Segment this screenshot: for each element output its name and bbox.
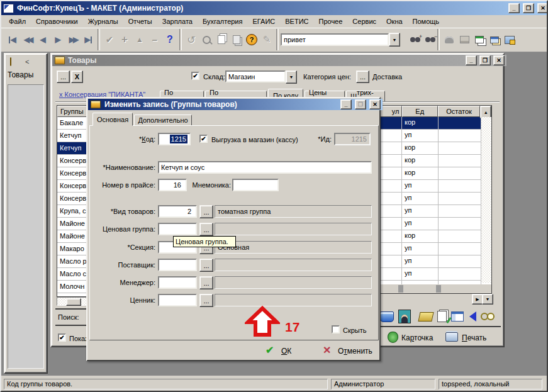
nav-fast-forward-button[interactable]: ▶▶ [65, 31, 81, 48]
table-scroll-down-button[interactable]: ▼ [482, 294, 493, 305]
hscroll-thumb[interactable] [66, 298, 81, 306]
back-arrow-icon[interactable] [469, 311, 476, 322]
manager-input[interactable] [158, 276, 197, 289]
open-folder-icon[interactable] [418, 312, 433, 322]
name-input[interactable]: Кетчуп и соус [158, 161, 372, 174]
delivery-label[interactable]: Доставка [372, 73, 402, 81]
pricetag-browse-button[interactable]: ... [199, 294, 213, 307]
price-group-browse-button[interactable]: ... [199, 223, 213, 236]
goods-maximize-button[interactable]: ❐ [479, 55, 491, 65]
table-row[interactable]: уп [373, 243, 491, 255]
menu-item-egais[interactable]: ЕГАИС [247, 18, 280, 25]
maximize-button[interactable]: ❐ [523, 3, 534, 13]
dialog-minimize-button[interactable]: _ [340, 99, 352, 109]
menu-item-journals[interactable]: Журналы [83, 18, 123, 25]
column-header-unit[interactable]: Ед [402, 106, 438, 117]
table-row[interactable]: кор [373, 155, 491, 167]
edit-pencil-button[interactable]: ✎ [259, 31, 274, 48]
copy-button[interactable] [214, 31, 229, 48]
cascade-windows-button[interactable] [472, 31, 487, 48]
table-row[interactable]: уп [373, 218, 491, 230]
nav-fast-back-button[interactable]: ◀◀ [20, 31, 35, 48]
dialog-close-button[interactable]: ✕ [369, 99, 381, 109]
table-scroll-up-button[interactable]: ▲ [480, 106, 491, 118]
goods-close-button[interactable]: ✕ [493, 55, 505, 65]
sidebar-item-goods[interactable]: Товары [8, 70, 33, 79]
search-input[interactable]: привет [281, 33, 389, 46]
column-header-stock[interactable]: Остаток [438, 106, 480, 117]
table-row[interactable]: уп [373, 193, 491, 205]
accept-button[interactable]: ✔ [102, 31, 117, 48]
dialog-maximize-button[interactable]: ❐ [355, 99, 366, 109]
bucket-icon[interactable] [380, 311, 394, 322]
sklad-dropdown-button[interactable]: ▼ [286, 70, 297, 84]
pricetag-input[interactable] [158, 294, 197, 306]
refresh-button[interactable]: ↺ [184, 31, 199, 48]
table-row-selected[interactable]: кор [373, 117, 491, 130]
menu-item-directories[interactable]: Справочники [31, 18, 83, 25]
dialog-tab-extra[interactable]: Дополнительно [134, 115, 192, 126]
close-button[interactable]: ✕ [537, 3, 548, 13]
table-vscrollbar[interactable] [481, 117, 491, 283]
table-row[interactable]: уп [373, 268, 491, 281]
list-view-icon[interactable] [451, 311, 464, 322]
copy-docs-icon[interactable] [437, 311, 447, 322]
help-button[interactable]: ? [162, 31, 177, 48]
hide-checkbox[interactable] [332, 325, 340, 333]
menu-item-other[interactable]: Прочее [313, 18, 347, 25]
show-checkbox[interactable]: ✔ [58, 333, 66, 342]
menu-item-accounting[interactable]: Бухгалтерия [198, 18, 248, 25]
filter-clear-button[interactable]: X [71, 70, 83, 83]
table-row[interactable]: уп [373, 255, 491, 268]
mnemonic-input[interactable] [232, 179, 279, 191]
menu-item-salary[interactable]: Зарплата [157, 18, 198, 25]
upload-checkbox[interactable]: ✔ [199, 135, 208, 143]
delete-record-button[interactable]: − [147, 31, 162, 48]
stamp-button[interactable] [457, 31, 472, 48]
nav-back-button[interactable]: ◀ [35, 31, 50, 48]
minimize-button[interactable]: _ [508, 3, 520, 13]
table-row[interactable]: уп [373, 205, 491, 218]
edit-record-button[interactable]: ▲ [132, 31, 147, 48]
manager-browse-button[interactable]: ... [199, 276, 213, 289]
image-lock-button[interactable] [502, 31, 517, 48]
goods-kind-input[interactable]: 2 [158, 205, 197, 218]
code-input[interactable]: 1215 [158, 133, 191, 145]
menu-item-reports[interactable]: Отчеты [123, 18, 157, 25]
price-number-input[interactable]: 16 [158, 179, 187, 191]
goods-minimize-button[interactable]: _ [466, 55, 477, 65]
glasses-icon[interactable] [481, 313, 488, 320]
nav-first-button[interactable]: ◀ [5, 31, 20, 48]
image-card-icon[interactable] [398, 310, 411, 323]
paste-button[interactable] [229, 31, 244, 48]
add-record-button[interactable]: + [117, 31, 132, 48]
menu-item-vetis[interactable]: ВЕТИС [280, 18, 313, 25]
filter-more-button[interactable]: ... [57, 70, 70, 83]
print-button[interactable]: Печать [462, 333, 486, 342]
table-row[interactable]: уп [373, 130, 491, 142]
tile-windows-button[interactable] [487, 31, 502, 48]
nav-forward-button[interactable]: ▶ [50, 31, 65, 48]
context-help-button[interactable]: ? [244, 31, 259, 48]
supplier-input[interactable] [158, 259, 197, 271]
ok-button[interactable]: ОК [281, 347, 291, 356]
nav-last-button[interactable]: ▶ [81, 31, 96, 48]
table-row[interactable]: уп [373, 180, 491, 193]
supplier-browse-button[interactable]: ... [199, 259, 213, 272]
sklad-checkbox[interactable]: ✔ [191, 72, 199, 80]
find-next-button[interactable]: + [405, 31, 420, 48]
goods-kind-browse-button[interactable]: ... [199, 205, 213, 218]
table-row[interactable]: кор [373, 142, 491, 155]
menu-item-windows[interactable]: Окна [381, 18, 408, 25]
price-category-more-button[interactable]: ... [356, 70, 369, 83]
search-dropdown-button[interactable]: ▼ [389, 33, 400, 47]
price-group-input[interactable] [158, 223, 197, 235]
cancel-button[interactable]: Отменить [338, 347, 372, 356]
zoom-button[interactable] [199, 31, 214, 48]
sklad-select[interactable]: Магазин [225, 70, 286, 82]
pan-button[interactable] [442, 31, 457, 48]
dialog-tab-main[interactable]: Основная [92, 113, 133, 126]
table-row[interactable]: кор [373, 230, 491, 243]
menu-item-service[interactable]: Сервис [347, 18, 381, 25]
card-button[interactable]: Карточка [401, 333, 433, 342]
